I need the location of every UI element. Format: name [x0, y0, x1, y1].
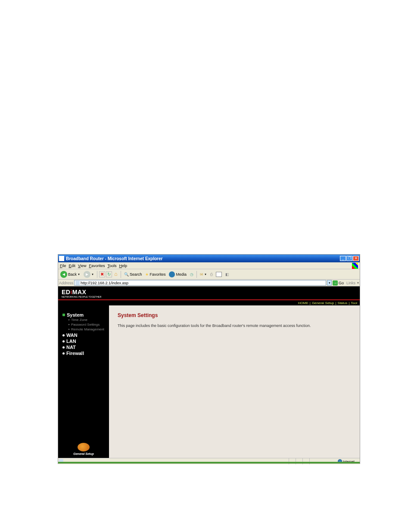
sidebar-footer-label: General Setup [58, 452, 109, 455]
menu-tools[interactable]: Tools [107, 264, 116, 268]
sidebar-label-lan: LAN [66, 339, 76, 344]
sidebar-item-nat[interactable]: NAT [62, 345, 106, 350]
back-label: Back [68, 272, 77, 277]
windows-logo-icon [352, 263, 358, 269]
page-description: This page includes the basic configurati… [118, 324, 351, 328]
sidebar-label-firewall: Firewall [66, 351, 84, 356]
forward-button[interactable]: ► ▼ [82, 271, 95, 278]
menu-edit[interactable]: Edit [69, 264, 76, 268]
mail-button[interactable]: ✉▼ [199, 272, 208, 277]
refresh-button[interactable]: ↻ [106, 271, 112, 277]
forward-icon: ► [84, 271, 90, 278]
sidebar-footer: General Setup [58, 443, 109, 455]
media-button[interactable]: Media [168, 271, 188, 278]
general-setup-icon [78, 443, 90, 451]
toolbar-separator [121, 271, 121, 278]
links-expand-icon[interactable]: » [357, 281, 359, 284]
main-area: System Time Zone Password Settings Remot… [58, 305, 360, 458]
discuss-button[interactable]: ◧ [224, 272, 230, 277]
sidebar-label-wan: WAN [66, 333, 78, 338]
forward-dropdown-icon[interactable]: ▼ [91, 273, 94, 276]
go-icon: → [333, 280, 338, 286]
brand-logo: EDiMAX NETWORKING PEOPLE TOGETHER [62, 288, 102, 298]
history-icon: ◷ [190, 272, 193, 277]
titlebar[interactable]: Broadband Router - Microsoft Internet Ex… [58, 255, 360, 262]
addressbar: Address http://192.168.2.1/index.asp ▾ →… [58, 280, 360, 286]
nav-tool[interactable]: Tool [351, 301, 357, 305]
discuss-icon: ◧ [225, 272, 229, 277]
toolbar-separator [97, 271, 97, 278]
stop-button[interactable]: ✖ [99, 271, 105, 277]
menubar: File Edit View Favorites Tools Help [58, 262, 360, 269]
print-icon: ⎙ [210, 272, 212, 277]
sidebar-label-nat: NAT [66, 345, 76, 350]
nav-separator: | [349, 301, 349, 305]
menu-view[interactable]: View [78, 264, 86, 268]
page-title: System Settings [118, 312, 351, 318]
media-icon [169, 271, 175, 277]
page-icon [75, 281, 80, 285]
brand-tagline: NETWORKING PEOPLE TOGETHER [62, 296, 102, 298]
menu-help[interactable]: Help [119, 264, 127, 268]
back-icon: ◄ [60, 271, 67, 278]
nav-general-setup[interactable]: General Setup [312, 301, 334, 305]
address-url: http://192.168.2.1/index.asp [81, 281, 128, 285]
search-label: Search [130, 272, 142, 277]
window-controls: _ ❐ ✕ [340, 256, 359, 261]
sidebar-item-system[interactable]: System [62, 312, 106, 317]
maximize-button[interactable]: ❐ [346, 256, 352, 261]
edit-button[interactable] [215, 271, 223, 277]
sidebar-label-remote-management: Remote Management [71, 327, 104, 332]
links-label[interactable]: Links [346, 281, 355, 285]
top-nav: HOME | General Setup | Status | Tool [58, 299, 360, 305]
toolbar: ◄ Back ▼ ► ▼ ✖ ↻ ⌂ 🔍 Search ★ Favorites … [58, 269, 360, 280]
search-icon: 🔍 [124, 272, 129, 277]
sidebar-item-remote-management[interactable]: Remote Management [68, 327, 106, 332]
nav-status[interactable]: Status [338, 301, 348, 305]
brand-header: EDiMAX NETWORKING PEOPLE TOGETHER [58, 286, 360, 299]
sidebar-label-system: System [67, 312, 84, 317]
taskbar-strip [58, 462, 360, 464]
back-dropdown-icon[interactable]: ▼ [78, 273, 80, 276]
go-button[interactable]: → Go [333, 280, 344, 286]
address-dropdown[interactable]: ▾ [327, 280, 332, 286]
menu-favorites[interactable]: Favorites [89, 264, 105, 268]
browser-window: Broadband Router - Microsoft Internet Ex… [58, 254, 360, 464]
sidebar-label-password-settings: Password Settings [71, 322, 100, 327]
print-button[interactable]: ⎙ [209, 272, 214, 277]
nav-separator: | [310, 301, 311, 305]
nav-home[interactable]: HOME [298, 301, 308, 305]
sidebar-item-password-settings[interactable]: Password Settings [68, 322, 106, 327]
sidebar-label-time-zone: Time Zone [71, 317, 87, 322]
go-label: Go [339, 281, 344, 285]
history-button[interactable]: ◷ [189, 272, 195, 277]
sidebar-item-wan[interactable]: WAN [62, 333, 106, 338]
brand-post: MAX [72, 289, 87, 296]
favorites-button[interactable]: ★ Favorites [144, 272, 167, 277]
content-pane: System Settings This page includes the b… [109, 305, 360, 458]
sidebar-item-time-zone[interactable]: Time Zone [68, 317, 106, 322]
nav-separator: | [335, 301, 336, 305]
brand-pre: ED [62, 289, 70, 296]
sidebar-item-lan[interactable]: LAN [62, 339, 106, 344]
window-title: Broadband Router - Microsoft Internet Ex… [66, 256, 340, 261]
favorites-label: Favorites [149, 272, 165, 277]
page-content: EDiMAX NETWORKING PEOPLE TOGETHER HOME |… [58, 286, 360, 458]
minimize-button[interactable]: _ [340, 256, 346, 261]
address-label: Address [59, 281, 73, 285]
media-label: Media [176, 272, 187, 277]
home-button[interactable]: ⌂ [113, 271, 119, 277]
sidebar-item-firewall[interactable]: Firewall [62, 351, 106, 356]
star-icon: ★ [145, 272, 149, 277]
search-button[interactable]: 🔍 Search [123, 272, 143, 277]
close-button[interactable]: ✕ [353, 256, 359, 261]
mail-icon: ✉ [200, 272, 203, 277]
toolbar-separator [196, 271, 197, 278]
address-input[interactable]: http://192.168.2.1/index.asp [74, 280, 326, 286]
edit-icon [216, 272, 222, 277]
sidebar: System Time Zone Password Settings Remot… [58, 305, 109, 458]
back-button[interactable]: ◄ Back ▼ [59, 271, 81, 278]
ie-icon [59, 256, 64, 261]
menu-file[interactable]: File [60, 264, 66, 268]
